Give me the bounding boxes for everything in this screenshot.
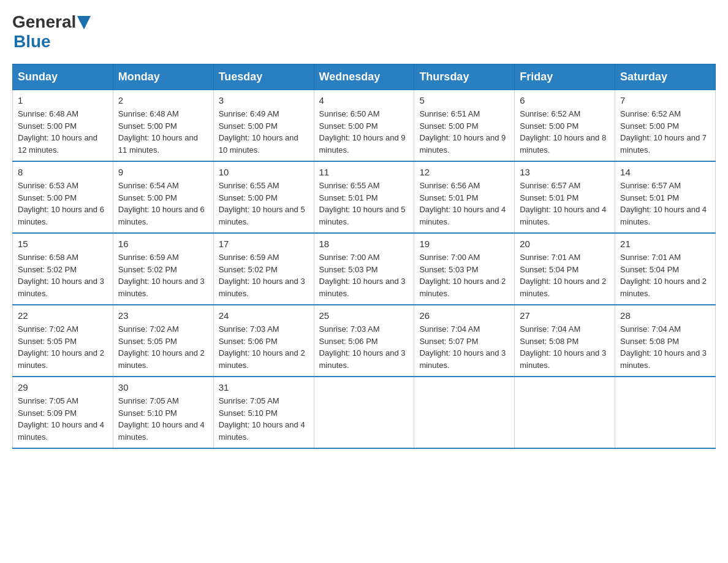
calendar-cell: 20 Sunrise: 7:01 AM Sunset: 5:04 PM Dayl… [515,233,615,305]
day-info: Sunrise: 6:51 AM Sunset: 5:00 PM Dayligh… [419,108,509,156]
calendar-cell: 19 Sunrise: 7:00 AM Sunset: 5:03 PM Dayl… [414,233,515,305]
day-info: Sunrise: 7:05 AM Sunset: 5:09 PM Dayligh… [18,395,108,443]
day-number: 22 [18,310,108,321]
calendar-week-row: 8 Sunrise: 6:53 AM Sunset: 5:00 PM Dayli… [13,161,716,233]
calendar-cell: 7 Sunrise: 6:52 AM Sunset: 5:00 PM Dayli… [615,90,716,162]
day-number: 20 [520,239,610,249]
calendar-cell: 30 Sunrise: 7:05 AM Sunset: 5:10 PM Dayl… [113,377,213,448]
day-number: 26 [419,310,509,321]
col-header-monday: Monday [113,64,213,90]
day-info: Sunrise: 7:00 AM Sunset: 5:03 PM Dayligh… [319,251,409,299]
calendar-cell: 16 Sunrise: 6:59 AM Sunset: 5:02 PM Dayl… [113,233,213,305]
calendar-cell: 26 Sunrise: 7:04 AM Sunset: 5:07 PM Dayl… [414,305,515,377]
svg-marker-0 [77,16,91,29]
calendar-cell: 28 Sunrise: 7:04 AM Sunset: 5:08 PM Dayl… [615,305,716,377]
day-number: 18 [319,239,409,249]
calendar-cell: 27 Sunrise: 7:04 AM Sunset: 5:08 PM Dayl… [515,305,615,377]
day-number: 3 [219,95,309,105]
day-number: 9 [118,167,208,177]
day-info: Sunrise: 6:54 AM Sunset: 5:00 PM Dayligh… [118,180,208,228]
day-number: 31 [219,382,309,393]
calendar-cell: 18 Sunrise: 7:00 AM Sunset: 5:03 PM Dayl… [314,233,414,305]
day-info: Sunrise: 7:02 AM Sunset: 5:05 PM Dayligh… [118,323,208,371]
day-info: Sunrise: 7:03 AM Sunset: 5:06 PM Dayligh… [319,323,409,371]
day-number: 17 [219,239,309,249]
col-header-wednesday: Wednesday [314,64,414,90]
calendar-cell: 15 Sunrise: 6:58 AM Sunset: 5:02 PM Dayl… [13,233,113,305]
calendar-cell [314,377,414,448]
col-header-thursday: Thursday [414,64,515,90]
day-info: Sunrise: 6:58 AM Sunset: 5:02 PM Dayligh… [18,251,108,299]
day-info: Sunrise: 6:59 AM Sunset: 5:02 PM Dayligh… [219,251,309,299]
logo-arrow-icon [77,16,91,29]
day-number: 15 [18,239,108,249]
day-number: 6 [520,95,610,105]
day-number: 25 [319,310,409,321]
calendar-table: SundayMondayTuesdayWednesdayThursdayFrid… [12,64,716,449]
calendar-cell: 14 Sunrise: 6:57 AM Sunset: 5:01 PM Dayl… [615,161,716,233]
day-number: 13 [520,167,610,177]
logo-blue: Blue [13,32,51,51]
calendar-cell: 12 Sunrise: 6:56 AM Sunset: 5:01 PM Dayl… [414,161,515,233]
day-info: Sunrise: 6:59 AM Sunset: 5:02 PM Dayligh… [118,251,208,299]
calendar-cell: 2 Sunrise: 6:48 AM Sunset: 5:00 PM Dayli… [113,90,213,162]
calendar-cell: 31 Sunrise: 7:05 AM Sunset: 5:10 PM Dayl… [213,377,314,448]
day-info: Sunrise: 6:56 AM Sunset: 5:01 PM Dayligh… [419,180,509,228]
day-info: Sunrise: 6:52 AM Sunset: 5:00 PM Dayligh… [620,108,710,156]
day-info: Sunrise: 7:04 AM Sunset: 5:08 PM Dayligh… [620,323,710,371]
page-header: General Blue [12,12,716,52]
day-number: 28 [620,310,710,321]
calendar-cell: 13 Sunrise: 6:57 AM Sunset: 5:01 PM Dayl… [515,161,615,233]
logo: General Blue [12,12,91,52]
day-info: Sunrise: 6:48 AM Sunset: 5:00 PM Dayligh… [118,108,208,156]
day-number: 5 [419,95,509,105]
day-info: Sunrise: 6:57 AM Sunset: 5:01 PM Dayligh… [520,180,610,228]
col-header-friday: Friday [515,64,615,90]
day-number: 14 [620,167,710,177]
calendar-cell: 10 Sunrise: 6:55 AM Sunset: 5:00 PM Dayl… [213,161,314,233]
day-number: 12 [419,167,509,177]
day-info: Sunrise: 7:01 AM Sunset: 5:04 PM Dayligh… [520,251,610,299]
day-number: 1 [18,95,108,105]
calendar-cell: 25 Sunrise: 7:03 AM Sunset: 5:06 PM Dayl… [314,305,414,377]
col-header-saturday: Saturday [615,64,716,90]
day-info: Sunrise: 6:53 AM Sunset: 5:00 PM Dayligh… [18,180,108,228]
calendar-week-row: 15 Sunrise: 6:58 AM Sunset: 5:02 PM Dayl… [13,233,716,305]
day-info: Sunrise: 6:55 AM Sunset: 5:00 PM Dayligh… [219,180,309,228]
calendar-cell: 9 Sunrise: 6:54 AM Sunset: 5:00 PM Dayli… [113,161,213,233]
day-number: 29 [18,382,108,393]
day-number: 27 [520,310,610,321]
day-info: Sunrise: 7:00 AM Sunset: 5:03 PM Dayligh… [419,251,509,299]
day-number: 11 [319,167,409,177]
day-info: Sunrise: 6:50 AM Sunset: 5:00 PM Dayligh… [319,108,409,156]
day-number: 10 [219,167,309,177]
day-info: Sunrise: 7:01 AM Sunset: 5:04 PM Dayligh… [620,251,710,299]
day-number: 16 [118,239,208,249]
day-number: 24 [219,310,309,321]
day-info: Sunrise: 6:52 AM Sunset: 5:00 PM Dayligh… [520,108,610,156]
day-info: Sunrise: 6:49 AM Sunset: 5:00 PM Dayligh… [219,108,309,156]
day-info: Sunrise: 7:04 AM Sunset: 5:07 PM Dayligh… [419,323,509,371]
calendar-week-row: 22 Sunrise: 7:02 AM Sunset: 5:05 PM Dayl… [13,305,716,377]
calendar-cell: 5 Sunrise: 6:51 AM Sunset: 5:00 PM Dayli… [414,90,515,162]
day-info: Sunrise: 7:05 AM Sunset: 5:10 PM Dayligh… [118,395,208,443]
calendar-week-row: 29 Sunrise: 7:05 AM Sunset: 5:09 PM Dayl… [13,377,716,448]
day-number: 4 [319,95,409,105]
day-number: 21 [620,239,710,249]
calendar-cell [515,377,615,448]
calendar-week-row: 1 Sunrise: 6:48 AM Sunset: 5:00 PM Dayli… [13,90,716,162]
day-number: 8 [18,167,108,177]
calendar-cell: 22 Sunrise: 7:02 AM Sunset: 5:05 PM Dayl… [13,305,113,377]
calendar-cell: 6 Sunrise: 6:52 AM Sunset: 5:00 PM Dayli… [515,90,615,162]
calendar-cell [414,377,515,448]
calendar-cell: 8 Sunrise: 6:53 AM Sunset: 5:00 PM Dayli… [13,161,113,233]
day-info: Sunrise: 7:04 AM Sunset: 5:08 PM Dayligh… [520,323,610,371]
day-info: Sunrise: 7:03 AM Sunset: 5:06 PM Dayligh… [219,323,309,371]
calendar-cell [615,377,716,448]
calendar-cell: 21 Sunrise: 7:01 AM Sunset: 5:04 PM Dayl… [615,233,716,305]
calendar-cell: 24 Sunrise: 7:03 AM Sunset: 5:06 PM Dayl… [213,305,314,377]
calendar-cell: 23 Sunrise: 7:02 AM Sunset: 5:05 PM Dayl… [113,305,213,377]
day-number: 19 [419,239,509,249]
calendar-cell: 11 Sunrise: 6:55 AM Sunset: 5:01 PM Dayl… [314,161,414,233]
day-number: 7 [620,95,710,105]
